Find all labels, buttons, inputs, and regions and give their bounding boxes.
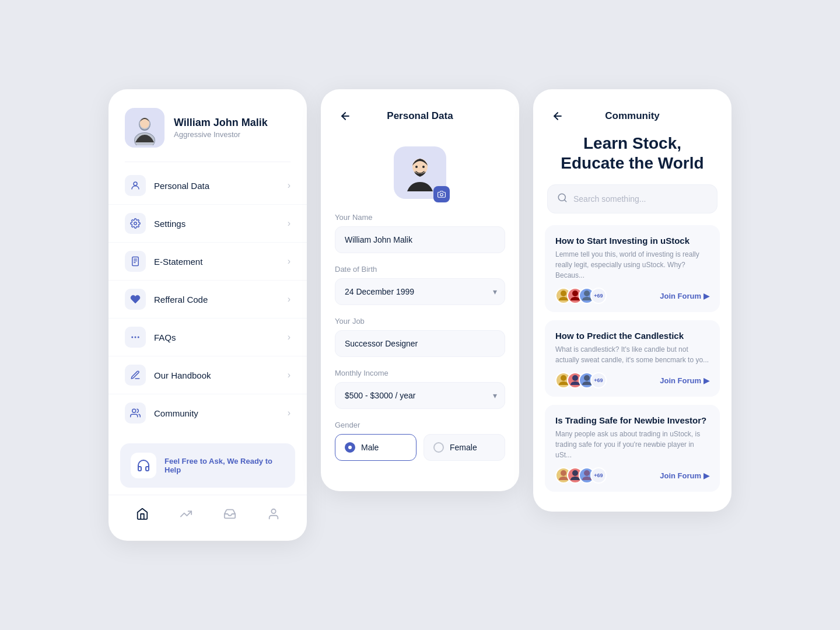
svg-point-17 [271, 509, 275, 513]
community-icon [125, 402, 146, 424]
forum-excerpt: Many people ask us about trading in uSto… [555, 429, 709, 460]
community-headline: Learn Stock, Educate the World [547, 134, 718, 173]
back-button-community[interactable] [547, 106, 568, 127]
help-text: Feel Free to Ask, We Ready to Help [164, 457, 285, 474]
community-screen: Community Learn Stock, Educate the World… [533, 89, 732, 512]
svg-point-26 [572, 290, 578, 296]
sidebar-item-e-statement[interactable]: E-Statement › [108, 243, 307, 281]
sidebar-item-community[interactable]: Community › [108, 394, 307, 432]
forum-card: How to Predict the Candlestick What is c… [545, 320, 720, 397]
forum-excerpt: Lemme tell you this, world of investing … [555, 249, 709, 281]
sidebar-item-personal-data[interactable]: Personal Data › [108, 167, 307, 205]
svg-point-31 [561, 470, 566, 476]
dob-field-group: Date of Birth 24 December 1999 ▾ [335, 265, 505, 305]
menu-label: FAQs [154, 332, 288, 342]
community-search-bar[interactable]: Search something... [547, 184, 718, 214]
name-field-group: Your Name [335, 213, 505, 253]
svg-point-15 [138, 337, 139, 338]
radio-male-icon [345, 442, 355, 453]
forum-title: Is Trading Safe for Newbie Investor? [555, 415, 709, 425]
chevron-right-icon: › [288, 294, 290, 304]
dob-select-wrapper: 24 December 1999 ▾ [335, 278, 505, 305]
community-header: Community Learn Stock, Educate the World… [533, 89, 732, 225]
dots-icon [125, 327, 146, 348]
svg-point-27 [584, 290, 590, 296]
arrow-right-icon: ▶ [704, 292, 709, 300]
dob-select[interactable]: 24 December 1999 [335, 278, 505, 305]
bottom-nav [108, 495, 307, 529]
community-page-title: Community [605, 110, 660, 122]
chevron-right-icon: › [288, 218, 290, 229]
menu-label: Personal Data [154, 181, 288, 191]
profile-screen: William John Malik Aggressive Investor P… [108, 89, 307, 541]
members-count: +69 [590, 467, 607, 484]
camera-icon[interactable] [433, 186, 450, 202]
job-label: Your Job [335, 317, 505, 326]
gear-icon [125, 213, 146, 234]
forum-title: How to Start Investing in uStock [555, 236, 709, 246]
svg-point-33 [584, 470, 590, 476]
join-forum-button[interactable]: Join Forum ▶ [660, 292, 709, 300]
help-banner[interactable]: Feel Free to Ask, We Ready to Help [120, 443, 295, 488]
nav-home-icon[interactable] [132, 503, 153, 524]
gender-female-option[interactable]: Female [424, 434, 505, 461]
sidebar-item-settings[interactable]: Settings › [108, 205, 307, 243]
sidebar-item-handbook[interactable]: Our Handbook › [108, 356, 307, 394]
join-forum-button[interactable]: Join Forum ▶ [660, 376, 709, 385]
svg-point-28 [561, 375, 566, 381]
nav-chart-icon[interactable] [176, 503, 197, 524]
search-placeholder: Search something... [573, 194, 646, 204]
svg-line-24 [564, 200, 566, 202]
menu-label: Community [154, 408, 288, 418]
personal-data-screen: Personal Data [321, 89, 519, 491]
sidebar-item-faqs[interactable]: FAQs › [108, 318, 307, 356]
name-label: Your Name [335, 213, 505, 222]
back-button[interactable] [335, 106, 356, 127]
svg-point-14 [135, 337, 136, 338]
document-icon [125, 251, 146, 272]
radio-female-icon [433, 442, 444, 453]
pencil-icon [125, 365, 146, 386]
heart-icon [125, 289, 146, 310]
avatar [125, 108, 164, 148]
forum-title: How to Predict the Candlestick [555, 331, 709, 341]
forum-list: How to Start Investing in uStock Lemme t… [533, 225, 732, 492]
gender-male-option[interactable]: Male [335, 434, 416, 461]
nav-inbox-icon[interactable] [219, 503, 240, 524]
name-input[interactable] [335, 226, 505, 253]
menu-label: E-Statement [154, 257, 288, 267]
avatar-section [321, 141, 519, 213]
join-forum-label: Join Forum [660, 471, 701, 480]
nav-profile-icon[interactable] [263, 503, 284, 524]
svg-point-16 [132, 409, 136, 412]
page-title: Personal Data [387, 110, 453, 122]
chevron-right-icon: › [288, 256, 290, 267]
gender-label: Gender [335, 421, 505, 429]
sidebar-item-referral[interactable]: Refferal Code › [108, 281, 307, 318]
chevron-right-icon: › [288, 332, 290, 342]
forum-card: How to Start Investing in uStock Lemme t… [545, 225, 720, 312]
avatar-stack: +69 [555, 372, 607, 388]
join-forum-button[interactable]: Join Forum ▶ [660, 471, 709, 480]
svg-point-7 [134, 182, 137, 186]
chevron-right-icon: › [288, 370, 290, 380]
job-field-group: Your Job [335, 317, 505, 357]
income-select[interactable]: $500 - $3000 / year [335, 382, 505, 409]
svg-point-32 [572, 470, 578, 476]
svg-point-21 [422, 166, 425, 168]
search-icon [557, 192, 568, 205]
profile-type: Aggressive Investor [174, 130, 268, 139]
job-input[interactable] [335, 330, 505, 357]
join-forum-label: Join Forum [660, 376, 701, 385]
svg-point-22 [440, 193, 443, 196]
menu-label: Settings [154, 219, 288, 229]
gender-field-group: Gender Male Female [335, 421, 505, 461]
gender-female-label: Female [450, 443, 477, 452]
gender-group: Male Female [335, 434, 505, 461]
svg-point-20 [415, 166, 418, 168]
join-forum-label: Join Forum [660, 292, 701, 300]
forum-footer: +69 Join Forum ▶ [555, 288, 709, 304]
gender-male-label: Male [361, 443, 379, 452]
chevron-right-icon: › [288, 180, 290, 191]
form-section: Your Name Date of Birth 24 December 1999… [321, 213, 519, 461]
